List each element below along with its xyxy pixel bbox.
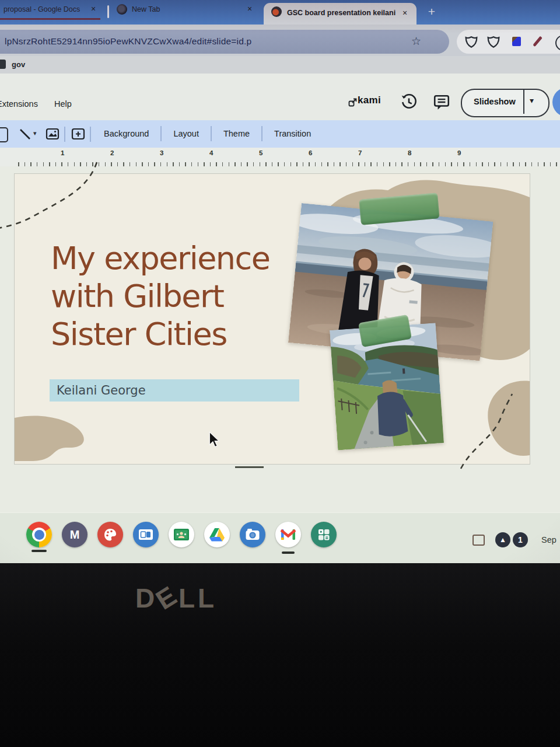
- background-button[interactable]: Background: [93, 129, 159, 138]
- title-line: Sister Cities: [51, 315, 270, 353]
- shelf-app-icons: M: [26, 522, 337, 547]
- gmail-running-indicator: [282, 551, 295, 554]
- close-icon[interactable]: ×: [402, 8, 407, 18]
- ruler-number: 1: [61, 149, 64, 156]
- ruler-number: 4: [209, 149, 213, 156]
- gmail-app-icon[interactable]: [275, 522, 301, 547]
- toolbar-divider: [64, 127, 65, 142]
- chromeos-shelf: M: [0, 512, 560, 563]
- new-tab-favicon-icon: [117, 4, 127, 15]
- notes-divider-handle[interactable]: [235, 466, 264, 468]
- toolbar-divider: [90, 127, 91, 142]
- image-icon[interactable]: [46, 128, 60, 141]
- transition-button[interactable]: Transition: [264, 129, 321, 138]
- tab-new-tab[interactable]: New Tab: [132, 5, 237, 13]
- account-avatar[interactable]: [552, 88, 560, 117]
- active-tab-title: GSC board presentation keilani: [287, 9, 401, 17]
- url-text: lpNsrzRohtE52914nn95ioPewKNVZCwXwa4/edit…: [5, 36, 251, 47]
- pencil-extension-icon[interactable]: [533, 36, 542, 47]
- ruler-number: 8: [408, 149, 411, 156]
- toolbar-buttons: Background Layout Theme Transition: [93, 124, 321, 143]
- comment-icon[interactable]: [433, 93, 450, 111]
- theme-button[interactable]: Theme: [213, 129, 260, 138]
- bookmark-gov[interactable]: gov: [12, 60, 25, 69]
- laptop-photo: proposal - Google Docs × New Tab × GSC b…: [0, 0, 560, 747]
- slideshow-label: Slideshow: [474, 97, 516, 106]
- layout-button[interactable]: Layout: [163, 129, 209, 138]
- cube-extension-icon[interactable]: [512, 37, 521, 46]
- mouse-cursor: [208, 431, 220, 448]
- title-line: My experience: [51, 239, 270, 277]
- button-divider: [523, 90, 524, 114]
- tab-loading-underline: [0, 18, 100, 20]
- browser-tab-strip: proposal - Google Docs × New Tab × GSC b…: [0, 0, 560, 25]
- ruler-number: 9: [457, 149, 461, 156]
- notification-count-badge[interactable]: 1: [513, 532, 528, 547]
- chevron-down-icon[interactable]: ▾: [33, 130, 37, 137]
- bookmark-star-icon[interactable]: ☆: [411, 34, 421, 48]
- toolbar-divider: [160, 126, 162, 141]
- ruler-number: 2: [110, 149, 114, 156]
- profile-icon[interactable]: [555, 35, 560, 51]
- subtitle-textbox[interactable]: Keilani George: [50, 379, 299, 402]
- text-box-icon[interactable]: [71, 128, 85, 141]
- line-tool-icon[interactable]: [19, 128, 32, 141]
- dell-logo: DELL: [135, 582, 217, 614]
- bookmark-favicon-icon: [0, 60, 6, 69]
- classroom-app-icon[interactable]: [169, 522, 194, 547]
- laptop-bezel: DELL: [0, 563, 560, 747]
- close-icon[interactable]: ×: [247, 4, 252, 13]
- tab-proposal-docs[interactable]: proposal - Google Docs: [4, 5, 90, 13]
- extensions-area: [457, 30, 560, 54]
- slides-favicon-icon: [271, 6, 282, 17]
- caret-up-icon[interactable]: ▲: [495, 532, 510, 547]
- chrome-running-indicator: [32, 550, 47, 552]
- author-name: Keilani George: [57, 383, 146, 397]
- notification-icon[interactable]: [473, 535, 485, 546]
- camera-app-icon[interactable]: [240, 522, 265, 547]
- ruler-ticks: [13, 162, 560, 166]
- slides-header: Extensions Help kami Slideshow ▾: [0, 74, 560, 120]
- ruler-number: 3: [160, 149, 163, 156]
- tab-gsc-presentation[interactable]: GSC board presentation keilani ×: [264, 3, 416, 25]
- slides-toolbar: ▾ Background Layout Theme Transition: [0, 120, 560, 148]
- chevron-down-icon[interactable]: ▾: [530, 96, 534, 105]
- bookmarks-bar: gov: [0, 56, 560, 74]
- kami-button[interactable]: kami: [358, 95, 381, 106]
- drive-app-icon[interactable]: [204, 522, 230, 547]
- history-icon[interactable]: [400, 93, 418, 111]
- select-icon[interactable]: [0, 127, 8, 142]
- browser-toolbar: lpNsrzRohtE52914nn95ioPewKNVZCwXwa4/edit…: [0, 25, 560, 56]
- shield-icon[interactable]: [487, 36, 500, 48]
- ruler-number: 6: [309, 149, 312, 156]
- external-link-icon: [348, 98, 358, 107]
- slide-canvas[interactable]: My experience with Gilbert Sister Cities…: [15, 174, 530, 464]
- menu-bar: Extensions Help: [0, 99, 72, 109]
- title-line: with Gilbert: [51, 277, 270, 315]
- tab-separator: [107, 5, 109, 18]
- toolbar-divider: [261, 126, 262, 141]
- screencast-app-icon[interactable]: [133, 522, 159, 547]
- chrome-icon[interactable]: [26, 522, 52, 547]
- address-bar[interactable]: lpNsrzRohtE52914nn95ioPewKNVZCwXwa4/edit…: [0, 30, 449, 54]
- slideshow-button[interactable]: Slideshow ▾: [461, 89, 550, 117]
- horizontal-ruler: 1 2 3 4 5 6 7 8 9: [0, 148, 560, 167]
- calculator-app-icon[interactable]: [311, 522, 337, 547]
- ruler-number: 7: [358, 149, 362, 156]
- m-app-icon[interactable]: M: [62, 522, 88, 547]
- ruler-number: 5: [259, 149, 262, 156]
- canvas-app-icon[interactable]: [97, 522, 123, 547]
- menu-extensions[interactable]: Extensions: [0, 99, 38, 109]
- editor-canvas: My experience with Gilbert Sister Cities…: [0, 166, 560, 512]
- toolbar-divider: [211, 126, 212, 141]
- slide-title[interactable]: My experience with Gilbert Sister Cities: [51, 239, 270, 353]
- shield-icon[interactable]: [465, 36, 478, 48]
- laptop-screen: proposal - Google Docs × New Tab × GSC b…: [0, 0, 560, 563]
- new-tab-button[interactable]: +: [425, 5, 439, 20]
- menu-help[interactable]: Help: [54, 99, 72, 109]
- close-icon[interactable]: ×: [91, 4, 96, 13]
- status-date[interactable]: Sep: [541, 535, 556, 544]
